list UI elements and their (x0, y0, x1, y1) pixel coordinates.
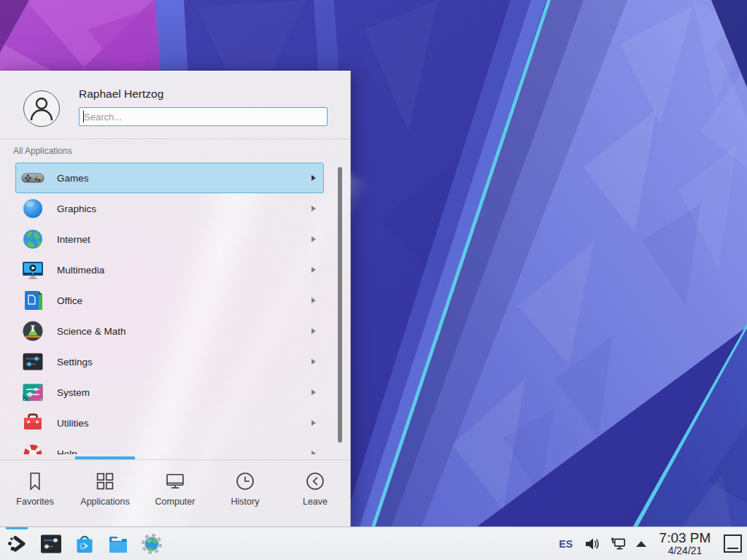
category-help[interactable]: Help (15, 438, 324, 454)
launcher-header: Raphael Hertzog (0, 71, 350, 139)
section-label: All Applications (13, 146, 72, 156)
user-avatar[interactable] (23, 90, 60, 127)
system-icon (21, 381, 44, 404)
category-utilities[interactable]: Utilities (15, 408, 324, 438)
multimedia-icon (21, 258, 44, 281)
category-list: Games Graphics Internet Multimedia (0, 160, 350, 454)
submenu-arrow-icon (311, 328, 316, 334)
category-internet[interactable]: Internet (15, 224, 324, 254)
clock-time: 7:03 PM (655, 531, 715, 545)
active-task-indicator (6, 527, 28, 530)
kickoff-launcher-button[interactable] (6, 532, 29, 556)
system-settings-button[interactable] (39, 532, 63, 556)
games-gamepad-icon (21, 166, 44, 190)
category-multimedia[interactable]: Multimedia (15, 254, 324, 285)
tab-computer[interactable]: Computer (140, 460, 210, 526)
clock-date: 4/24/21 (655, 545, 715, 556)
utilities-toolbox-icon (21, 411, 44, 435)
category-office[interactable]: Office (15, 285, 324, 316)
kickoff-launcher-icon (6, 532, 29, 556)
category-science-math[interactable]: Science & Math (15, 316, 324, 346)
system-settings-icon (39, 532, 63, 556)
application-launcher-menu: Raphael Hertzog All Applications Games G… (0, 71, 351, 526)
text-cursor (83, 111, 84, 122)
tab-leave[interactable]: Leave (280, 460, 350, 526)
dolphin-button[interactable] (107, 532, 130, 556)
submenu-arrow-icon (311, 420, 316, 426)
tab-applications[interactable]: Applications (70, 460, 140, 526)
search-input[interactable] (79, 107, 328, 126)
category-system[interactable]: System (15, 377, 324, 408)
tab-history[interactable]: History (210, 460, 280, 526)
leave-icon (304, 470, 326, 492)
submenu-arrow-icon (311, 236, 316, 242)
office-icon (21, 289, 44, 312)
submenu-arrow-icon (311, 359, 316, 365)
submenu-arrow-icon (311, 389, 316, 395)
discover-button[interactable] (73, 532, 96, 556)
taskbar-panel: ES 7:03 PM 4/24/21 (0, 526, 747, 560)
system-tray: ES 7:03 PM 4/24/21 (559, 531, 747, 556)
dolphin-file-manager-icon (107, 532, 130, 556)
category-graphics[interactable]: Graphics (15, 193, 324, 224)
submenu-arrow-icon (311, 298, 316, 303)
taskbar-app-icons (0, 532, 163, 556)
expand-tray-icon[interactable] (636, 541, 646, 547)
submenu-arrow-icon (311, 451, 316, 454)
internet-globe-icon (21, 228, 44, 251)
keyboard-layout-indicator[interactable]: ES (559, 538, 573, 550)
user-silhouette-icon (24, 91, 59, 126)
user-name: Raphael Hertzog (79, 88, 163, 101)
category-settings[interactable]: Settings (15, 346, 324, 377)
web-browser-icon (140, 532, 163, 556)
science-math-flask-icon (21, 319, 44, 343)
volume-icon[interactable] (584, 536, 600, 552)
web-browser-button[interactable] (140, 532, 163, 556)
submenu-arrow-icon (311, 267, 316, 273)
settings-sliders-icon (21, 350, 44, 373)
launcher-tab-bar: Favorites Applications Computer History … (0, 459, 350, 526)
show-desktop-button[interactable] (724, 534, 742, 553)
submenu-arrow-icon (311, 206, 316, 211)
bookmark-icon (24, 470, 46, 492)
computer-icon (164, 470, 186, 492)
submenu-arrow-icon (311, 175, 316, 181)
scrollbar-thumb[interactable] (338, 167, 342, 443)
applications-grid-icon (94, 470, 116, 492)
help-lifebuoy-icon (21, 442, 44, 454)
clock[interactable]: 7:03 PM 4/24/21 (655, 531, 715, 556)
tab-favorites[interactable]: Favorites (0, 460, 70, 526)
category-games[interactable]: Games (15, 163, 324, 193)
network-icon[interactable] (610, 536, 627, 552)
discover-icon (73, 532, 96, 556)
show-desktop-line (727, 548, 738, 549)
history-clock-icon (234, 470, 256, 492)
graphics-sphere-icon (21, 197, 44, 220)
